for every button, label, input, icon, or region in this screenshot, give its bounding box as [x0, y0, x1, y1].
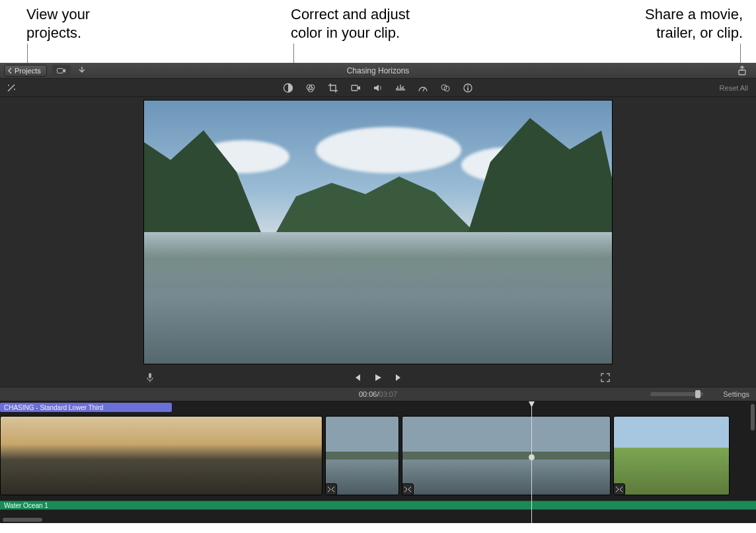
color-correction-icon[interactable] — [305, 82, 317, 94]
transition-icon[interactable] — [402, 483, 414, 495]
voiceover-button[interactable] — [146, 372, 154, 383]
clip-thumbnail — [1, 417, 322, 495]
project-title: Chasing Horizons — [0, 66, 756, 75]
timecode-duration: 03:07 — [379, 390, 398, 398]
zoom-slider-thumb[interactable] — [695, 390, 700, 398]
audio-track[interactable]: Water Ocean 1 — [0, 501, 756, 510]
info-icon[interactable] — [462, 82, 474, 94]
playback-controls — [143, 368, 613, 387]
vertical-scrollbar[interactable] — [751, 404, 755, 430]
reset-all-button[interactable]: Reset All — [720, 84, 748, 92]
clip-thumbnail — [326, 417, 398, 495]
viewer[interactable] — [143, 100, 613, 364]
video-clip[interactable] — [402, 416, 611, 495]
title-clip-label: CHASING - Standard Lower Third — [4, 404, 103, 411]
volume-icon[interactable] — [372, 82, 384, 94]
svg-rect-13 — [467, 87, 469, 91]
annotation-area: View your projects. Correct and adjust c… — [0, 0, 756, 63]
transition-icon[interactable] — [613, 483, 625, 495]
annotation-color: Correct and adjust color in your clip. — [291, 5, 410, 42]
fullscreen-button[interactable] — [601, 373, 610, 382]
svg-point-12 — [467, 85, 469, 87]
titlebar: Projects Chasing Horizons — [0, 63, 756, 79]
speed-icon[interactable] — [417, 82, 429, 94]
audio-track-label: Water Ocean 1 — [4, 502, 48, 509]
projects-button-label: Projects — [15, 67, 41, 75]
noise-reduction-icon[interactable] — [395, 82, 406, 94]
video-clip[interactable] — [325, 416, 399, 495]
clip-thumbnail — [614, 417, 729, 495]
timecode-row: 00:06 / 03:07 Settings — [0, 387, 756, 401]
media-browser-button[interactable] — [52, 65, 71, 77]
settings-button[interactable]: Settings — [723, 390, 749, 398]
color-balance-icon[interactable] — [282, 82, 294, 94]
chevron-left-icon — [7, 67, 12, 74]
video-clip[interactable] — [613, 416, 730, 495]
annotation-projects: View your projects. — [26, 5, 90, 42]
video-clip[interactable] — [0, 416, 322, 495]
title-clip[interactable]: CHASING - Standard Lower Third — [0, 403, 172, 412]
app-window: Projects Chasing Horizons — [0, 63, 756, 523]
horizontal-scrollbar[interactable] — [3, 518, 42, 522]
zoom-slider[interactable] — [650, 392, 703, 396]
svg-rect-14 — [149, 373, 151, 378]
stabilization-icon[interactable] — [350, 82, 361, 94]
timecode-current: 00:06 — [359, 390, 377, 398]
preview-image — [144, 101, 612, 364]
playhead[interactable] — [531, 401, 532, 523]
svg-rect-1 — [739, 70, 745, 75]
skip-forward-button[interactable] — [395, 373, 404, 382]
svg-rect-0 — [57, 68, 63, 73]
filter-icon[interactable] — [439, 82, 451, 94]
crop-icon[interactable] — [327, 82, 339, 94]
timeline[interactable]: CHASING - Standard Lower Third — [0, 401, 756, 523]
viewer-zone — [0, 97, 756, 387]
clip-row — [0, 416, 756, 495]
import-button[interactable] — [76, 65, 88, 77]
annotation-share: Share a movie, trailer, or clip. — [645, 5, 743, 42]
svg-rect-8 — [352, 85, 358, 91]
clip-thumbnail — [402, 417, 610, 495]
edit-toolbar: Reset All — [0, 79, 756, 97]
skip-back-button[interactable] — [352, 373, 361, 382]
share-button[interactable] — [735, 65, 749, 77]
edit-icon-row — [0, 82, 756, 94]
play-button[interactable] — [373, 373, 383, 382]
playhead-handle[interactable] — [529, 454, 535, 460]
projects-button[interactable]: Projects — [4, 65, 47, 77]
transition-icon[interactable] — [325, 483, 337, 495]
